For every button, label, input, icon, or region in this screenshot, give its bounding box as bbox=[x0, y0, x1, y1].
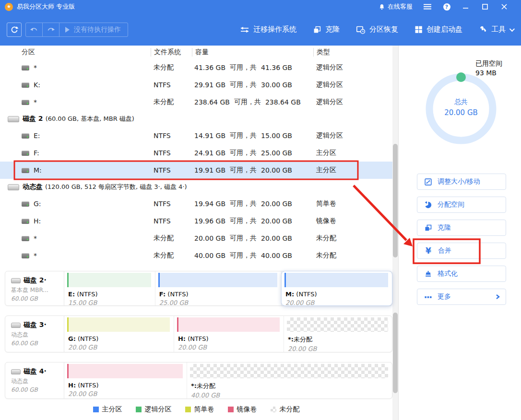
migrate-os-button[interactable]: 迁移操作系统 bbox=[240, 25, 296, 34]
drive-icon bbox=[22, 133, 29, 139]
drive-icon bbox=[22, 82, 29, 88]
tools-label: 工具 bbox=[491, 25, 506, 34]
wrench-icon bbox=[479, 25, 487, 34]
disk-map-partition-selected[interactable]: M: (NTFS) 20.00 GB bbox=[281, 271, 392, 306]
help-icon: ? bbox=[443, 3, 450, 11]
table-row[interactable]: K: NTFS 29.91 GB可用，共30.00 GB 逻辑分区 bbox=[0, 76, 392, 93]
disk-group-name: 动态盘 bbox=[23, 183, 43, 191]
allocate-space-button[interactable]: 分配空间 bbox=[417, 197, 506, 213]
disk-group-row[interactable]: 动态盘 (120.00 GB, 512 每扇区字节数, 磁盘 3·, 磁盘 4·… bbox=[0, 179, 392, 195]
redo-button[interactable] bbox=[43, 23, 59, 36]
disk-map-partition[interactable]: E: (NTFS) 15.00 GB bbox=[64, 271, 155, 305]
close-icon bbox=[501, 4, 507, 10]
table-row[interactable]: F: NTFS 24.91 GB可用，共25.00 GB 主分区 bbox=[0, 144, 392, 162]
drive-icon bbox=[22, 65, 29, 70]
online-service-label: 在线客服 bbox=[388, 2, 413, 11]
merge-icon: ¥ bbox=[424, 247, 433, 255]
clone-icon bbox=[424, 224, 432, 232]
detail-panel: 已用空间 93 MB 总共 20.00 GB 调整大小/移动 分配空间 克隆 ¥… bbox=[398, 46, 521, 420]
partition-bar bbox=[158, 273, 277, 287]
more-button[interactable]: 更多 bbox=[417, 289, 506, 305]
table-row[interactable]: G: NTFS 19.94 GB可用，共20.00 GB 简单卷 bbox=[0, 195, 392, 212]
menu-list-button[interactable] bbox=[423, 2, 432, 11]
resize-move-button[interactable]: 调整大小/移动 bbox=[417, 174, 506, 190]
disk-map-card: 磁盘 4· 动态盘 60.00 GB H: (NTFS) 20.00 GB *:… bbox=[5, 362, 392, 399]
pie-chart-icon bbox=[424, 201, 432, 209]
drive-icon bbox=[22, 236, 29, 241]
disk-map-partition[interactable]: *:未分配 40.00 GB bbox=[187, 362, 392, 398]
drive-icon bbox=[22, 253, 29, 258]
format-button[interactable]: 格式化 bbox=[417, 266, 506, 282]
table-row-selected[interactable]: M: NTFS 19.91 GB可用，共20.00 GB 主分区 bbox=[0, 162, 392, 179]
resize-icon bbox=[424, 178, 432, 186]
disk-info: 磁盘 4· 动态盘 60.00 GB bbox=[5, 362, 64, 398]
drive-icon bbox=[22, 168, 29, 173]
partition-bar bbox=[287, 317, 388, 332]
undo-icon bbox=[30, 26, 38, 33]
legend-swatch-logical bbox=[136, 407, 142, 412]
disk-map-partition[interactable]: H: (NTFS) 20.00 GB bbox=[174, 316, 284, 352]
play-icon bbox=[65, 27, 70, 33]
partition-recovery-button[interactable]: 分区恢复 bbox=[356, 25, 398, 34]
tools-menu-button[interactable]: 工具 bbox=[479, 25, 513, 34]
used-space-dot bbox=[456, 72, 466, 82]
drive-icon bbox=[22, 100, 29, 105]
legend-item: 逻辑分区 bbox=[136, 405, 172, 414]
disk-map-partition[interactable]: G: (NTFS) 20.00 GB bbox=[64, 316, 174, 352]
minimize-button[interactable] bbox=[462, 2, 470, 11]
execute-pending-button[interactable]: 没有待执行操作 bbox=[59, 23, 128, 36]
merge-button[interactable]: ¥ 合并 bbox=[417, 243, 506, 259]
table-row[interactable]: * 未分配 20.00 GB可用，共20.00 GB 未分配 bbox=[0, 230, 392, 247]
map-scrollbar-thumb[interactable] bbox=[393, 313, 398, 393]
disk-icon bbox=[11, 323, 21, 328]
table-row[interactable]: H: NTFS 19.96 GB可用，共20.00 GB 镜像卷 bbox=[0, 212, 392, 230]
partition-bar bbox=[284, 273, 388, 287]
table-row[interactable]: * 未分配 40.00 GB可用，共40.00 GB 未分配 bbox=[0, 247, 392, 264]
clone-button[interactable]: 克隆 bbox=[313, 25, 340, 34]
titlebar: ★ 易我分区大师 专业版 在线客服 ? bbox=[0, 0, 521, 13]
disk-map-partition[interactable]: F: (NTFS) 25.00 GB bbox=[155, 271, 282, 305]
disk-map-card: 磁盘 3· 动态盘 60.00 GB G: (NTFS) 20.00 GB H:… bbox=[5, 315, 392, 352]
donut-center-label: 总共 20.00 GB bbox=[432, 98, 490, 117]
refresh-button[interactable] bbox=[7, 23, 22, 37]
table-row[interactable]: E: NTFS 14.91 GB可用，共15.00 GB 逻辑分区 bbox=[0, 127, 392, 144]
app-header: ★ 易我分区大师 专业版 在线客服 ? bbox=[0, 0, 521, 46]
list-icon bbox=[424, 4, 431, 10]
redo-icon bbox=[47, 26, 55, 33]
legend-item: 主分区 bbox=[93, 405, 122, 414]
disk-map: 磁盘 2· 基本盘 MBR... 60.00 GB E: (NTFS) 15.0… bbox=[0, 267, 392, 408]
online-service-button[interactable]: 在线客服 bbox=[379, 2, 413, 11]
clone-partition-button[interactable]: 克隆 bbox=[417, 220, 506, 236]
list-scrollbar-thumb[interactable] bbox=[393, 144, 398, 257]
pending-operations-label: 没有待执行操作 bbox=[74, 25, 121, 34]
migrate-os-label: 迁移操作系统 bbox=[253, 25, 296, 34]
disk-group-row[interactable]: 磁盘 2 (60.00 GB, 基本盘, MBR 磁盘) bbox=[0, 111, 392, 127]
chevron-down-icon bbox=[509, 26, 515, 31]
close-button[interactable] bbox=[500, 2, 509, 11]
drive-icon bbox=[22, 151, 29, 156]
create-bootable-button[interactable]: 创建启动盘 bbox=[414, 25, 462, 34]
disk-icon bbox=[8, 184, 19, 190]
column-capacity: 容量 bbox=[192, 48, 313, 57]
refresh-icon bbox=[10, 25, 19, 34]
operation-queue-group: 没有待执行操作 bbox=[25, 23, 128, 37]
help-button[interactable]: ? bbox=[442, 2, 451, 11]
table-row[interactable]: * 未分配 41.36 GB可用，共41.36 GB 逻辑分区 bbox=[0, 59, 392, 76]
table-row[interactable]: * 未分配 238.64 GB可用，共238.64 GB 逻辑分区 bbox=[0, 93, 392, 111]
disk-map-partition[interactable]: H: (NTFS) 20.00 GB bbox=[64, 362, 187, 398]
create-bootable-label: 创建启动盘 bbox=[426, 25, 462, 34]
legend-swatch-unallocated bbox=[271, 407, 276, 412]
legend-item: 镜像卷 bbox=[228, 405, 257, 414]
partition-bar bbox=[190, 364, 388, 378]
chevron-right-icon bbox=[496, 294, 500, 300]
disk-group-detail: (60.00 GB, 基本盘, MBR 磁盘) bbox=[46, 115, 134, 123]
disk-map-partition[interactable]: *:未分配 20.00 GB bbox=[284, 316, 392, 352]
migrate-os-icon bbox=[240, 26, 249, 34]
disk-icon bbox=[11, 278, 21, 283]
maximize-button[interactable] bbox=[481, 2, 489, 11]
toolbar: 没有待执行操作 迁移操作系统 克隆 分区恢复 创建启动盘 bbox=[0, 13, 521, 46]
clone-label: 克隆 bbox=[325, 25, 340, 34]
partition-list: 分区 文件系统 容量 类型 * 未分配 41.36 GB可用，共41.36 GB… bbox=[0, 46, 392, 264]
undo-button[interactable] bbox=[26, 23, 42, 36]
used-space-value: 93 MB bbox=[475, 68, 502, 78]
